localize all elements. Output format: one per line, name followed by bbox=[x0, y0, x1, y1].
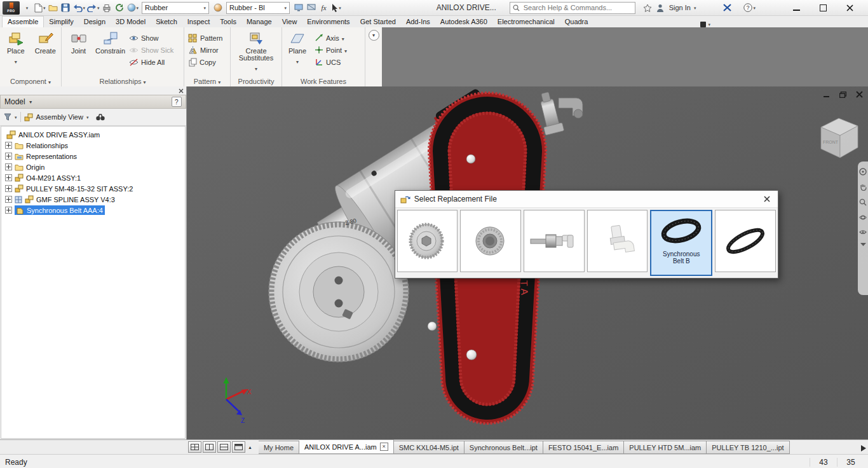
material-ball-icon[interactable]: ▾ bbox=[127, 1, 139, 14]
doc-restore-icon[interactable] bbox=[839, 92, 846, 98]
undo-icon[interactable]: ▾ bbox=[73, 1, 86, 14]
panel-footer-work-features[interactable]: Work Features bbox=[282, 76, 365, 86]
ucs-button[interactable]: UCS bbox=[313, 56, 349, 68]
doc-tab-synchronous-belt[interactable]: Synchronous Belt...ipt bbox=[465, 441, 543, 454]
doc-close-icon[interactable] bbox=[856, 91, 863, 98]
viewcube[interactable]: FRONT bbox=[821, 118, 858, 158]
search-input[interactable] bbox=[522, 3, 625, 12]
expand-icon[interactable] bbox=[5, 163, 12, 170]
open-icon[interactable] bbox=[48, 1, 58, 14]
doc-tab-pulley-tb1210[interactable]: PULLEY TB 1210_...ipt bbox=[707, 441, 789, 454]
doc-tab-smc-kxl04[interactable]: SMC KXL04-M5.ipt bbox=[394, 441, 465, 454]
update-icon[interactable] bbox=[114, 1, 125, 14]
grip-sphere[interactable] bbox=[428, 322, 437, 331]
arrange-columns-icon[interactable] bbox=[203, 441, 216, 453]
grip-sphere[interactable] bbox=[466, 350, 477, 360]
favorites-star-icon[interactable] bbox=[642, 1, 653, 14]
tree-item-gmf-spline[interactable]: GMF SPLINE ASSY V4:3 bbox=[1, 194, 185, 205]
constrain-button[interactable]: Constrain bbox=[95, 30, 125, 55]
thumbnail-pulley[interactable] bbox=[397, 210, 458, 272]
ribbon-tab-assemble[interactable]: Assemble bbox=[2, 16, 44, 27]
help-icon[interactable]: ?▾ bbox=[743, 1, 756, 14]
material-dropdown[interactable]: Rubber▾ bbox=[142, 2, 209, 14]
zoom-icon[interactable] bbox=[859, 198, 867, 206]
sign-in-button[interactable]: Sign In bbox=[669, 4, 691, 11]
pan-hand-icon[interactable] bbox=[860, 183, 867, 191]
thumbnail-elbow-fitting[interactable] bbox=[587, 210, 648, 272]
ribbon-tab-add-ins[interactable]: Add-Ins bbox=[401, 17, 435, 27]
redo-icon[interactable]: ▾ bbox=[87, 1, 100, 14]
tree-item-pulley[interactable]: PULLEY 5M-48-15-32 SIT ASSY:2 bbox=[1, 183, 185, 194]
thumbnail-clamping-bush[interactable] bbox=[460, 210, 521, 272]
thumbnail-synchronous-belt-b[interactable]: Synchronous Belt B bbox=[650, 210, 712, 276]
appearance-dropdown[interactable]: Rubber - Bl▾ bbox=[226, 2, 290, 14]
appearance-ball-icon[interactable] bbox=[212, 1, 223, 14]
pneumatic-fitting[interactable] bbox=[536, 90, 583, 135]
copy-button[interactable]: Copy bbox=[186, 56, 224, 68]
tab-close-icon[interactable] bbox=[380, 443, 388, 451]
hide-all-button[interactable]: Hide All bbox=[127, 56, 175, 68]
print-icon[interactable] bbox=[102, 1, 112, 14]
ribbon-tab-tools[interactable]: Tools bbox=[215, 17, 241, 27]
tree-item-synchronous-belt[interactable]: Synchronous Belt AAA:4 bbox=[1, 205, 185, 216]
sign-in-caret[interactable]: ▾ bbox=[694, 6, 696, 10]
filter-caret[interactable]: ▾ bbox=[15, 115, 17, 120]
ribbon-tab-simplify[interactable]: Simplify bbox=[44, 17, 79, 27]
axis-button[interactable]: Axis bbox=[313, 32, 349, 44]
exchange-x-icon[interactable] bbox=[722, 1, 733, 14]
arrange-rows-icon[interactable] bbox=[217, 441, 231, 453]
thumbnail-belt[interactable] bbox=[715, 210, 776, 272]
browser-help-icon[interactable]: ? bbox=[172, 97, 182, 107]
ribbon-tab-view[interactable]: View bbox=[277, 17, 302, 27]
ribbon-tab-inspect[interactable]: Inspect bbox=[182, 17, 215, 27]
tree-item-o4-m291[interactable]: O4-M291 ASSY:1 bbox=[1, 172, 185, 183]
ribbon-options-icon[interactable]: ▾ bbox=[700, 22, 710, 27]
tree-item-representations[interactable]: Representations bbox=[1, 151, 185, 162]
restore-button[interactable] bbox=[810, 1, 836, 15]
place-button[interactable]: Place bbox=[2, 30, 30, 66]
expand-icon[interactable] bbox=[5, 142, 12, 149]
tab-scroll-right-icon[interactable] bbox=[861, 445, 866, 451]
expand-icon[interactable] bbox=[5, 196, 12, 203]
dialog-close-button[interactable] bbox=[761, 193, 773, 205]
viewport-3d[interactable]: DELTA DELTA Z 80 bbox=[187, 86, 868, 439]
mirror-button[interactable]: Mirror bbox=[186, 44, 224, 56]
inventor-app-icon[interactable]: PRO bbox=[3, 1, 20, 15]
doc-minimize-icon[interactable] bbox=[824, 92, 830, 98]
ribbon-tab-electromechanical[interactable]: Electromechanical bbox=[492, 17, 560, 27]
show-button[interactable]: Show bbox=[127, 32, 175, 44]
visual-style-icon[interactable] bbox=[306, 1, 316, 14]
point-button[interactable]: Point bbox=[313, 44, 349, 56]
thumbnail-shaft-fitting[interactable] bbox=[524, 210, 585, 272]
tree-item-origin[interactable]: Origin bbox=[1, 162, 185, 172]
look-at-icon[interactable] bbox=[859, 229, 867, 235]
expand-icon[interactable] bbox=[5, 185, 12, 192]
view-mode-dropdown[interactable]: Assembly View bbox=[36, 113, 83, 121]
panel-footer-pattern[interactable]: Pattern bbox=[184, 76, 230, 86]
pattern-button[interactable]: Pattern bbox=[186, 32, 224, 44]
arrange-grid-icon[interactable] bbox=[188, 441, 201, 453]
ribbon-tab-3d-model[interactable]: 3D Model bbox=[111, 17, 151, 27]
show-sick-button[interactable]: Show Sick bbox=[127, 44, 175, 56]
close-button[interactable] bbox=[836, 1, 863, 15]
ribbon-tab-design[interactable]: Design bbox=[79, 17, 111, 27]
joint-button[interactable]: Joint bbox=[64, 30, 93, 55]
save-icon[interactable] bbox=[60, 1, 71, 14]
doc-tab-anilox-drive[interactable]: ANILOX DRIVE A...iam bbox=[299, 439, 394, 454]
ribbon-tab-sketch[interactable]: Sketch bbox=[151, 17, 182, 27]
ribbon-tab-get-started[interactable]: Get Started bbox=[355, 17, 401, 27]
tree-item-root[interactable]: ANILOX DRIVE ASSY.iam bbox=[1, 129, 185, 140]
navbar-more-icon[interactable] bbox=[860, 243, 866, 247]
panel-footer-relationships[interactable]: Relationships bbox=[62, 76, 184, 86]
tree-item-relationships[interactable]: Relationships bbox=[1, 140, 185, 151]
expand-icon[interactable] bbox=[5, 153, 12, 160]
adjust-icon[interactable] bbox=[293, 1, 304, 14]
doc-tab-my-home[interactable]: My Home bbox=[259, 441, 299, 454]
browser-close-icon[interactable] bbox=[179, 88, 184, 93]
orbit-icon[interactable] bbox=[859, 214, 867, 221]
expand-icon[interactable] bbox=[5, 174, 12, 181]
navigation-wheel-icon[interactable] bbox=[859, 168, 867, 176]
ribbon-tab-quadra[interactable]: Quadra bbox=[560, 17, 593, 27]
search-binoculars-icon[interactable] bbox=[95, 113, 105, 121]
ribbon-tab-manage[interactable]: Manage bbox=[241, 17, 277, 27]
